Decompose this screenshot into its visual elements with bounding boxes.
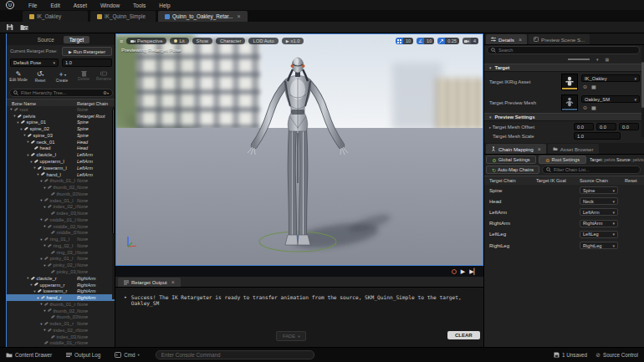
tab-preview-scene-settings[interactable]: Preview Scene S... [529,34,590,44]
play-button[interactable]: ▶ [461,268,465,274]
tree-row-middle_01_l[interactable]: ▾middle_01_lNone [7,217,115,223]
close-icon[interactable]: × [237,13,240,19]
doc-tab-2[interactable]: IK_Quinn_Simple [90,11,156,22]
expander-icon[interactable]: ▾ [39,322,43,326]
tree-row-index_03_l[interactable]: index_03_lNone [7,210,115,217]
chain-row-spine[interactable]: SpineSpine▾ [484,185,644,196]
scale-snap-control[interactable]: 0.25 [437,38,459,44]
expander-icon[interactable]: ▾ [43,263,47,268]
use-selected-icon[interactable]: ⊙ [583,84,587,89]
tree-row-index_01_r[interactable]: ▾index_01_rNone [7,320,115,327]
expander-icon[interactable]: ▾ [13,114,17,118]
scale-icon[interactable]: ▢ [387,38,392,44]
tree-row-clavicle_r[interactable]: ▾clavicle_rRightArm [7,275,115,282]
clear-overlay-button[interactable]: CLEAR [447,331,480,339]
tree-row-thumb_03_l[interactable]: thumb_03_lNone [7,191,115,197]
expander-icon[interactable]: ▾ [33,289,37,293]
source-chain-select[interactable]: Neck▾ [580,197,618,205]
auto-map-chains-button[interactable]: ↻ Auto-Map Chains [486,166,539,174]
view-mode-button[interactable]: Lit [170,38,188,44]
chain-row-rightleg[interactable]: RightLegRightLeg▾ [484,240,644,251]
3d-viewport[interactable]: ≡ Perspective Lit Show Character LOD Aut… [115,33,483,266]
ikrig-asset-thumbnail[interactable] [561,74,578,90]
expander-icon[interactable]: ▾ [39,302,43,306]
expander-icon[interactable]: ▾ [36,296,40,300]
preview-mesh-thumbnail[interactable] [561,94,578,111]
menu-file[interactable]: File [22,3,43,8]
expander-icon[interactable]: ▾ [39,257,43,261]
expander-icon[interactable]: ▾ [43,186,47,190]
playback-speed-button[interactable]: ▶ x1.0 [282,38,304,44]
close-icon[interactable]: × [538,146,541,152]
reset-button[interactable]: ↺▾ Reset [30,70,50,83]
tree-row-middle_03_l[interactable]: middle_03_lNone [7,230,115,237]
doc-tab-3[interactable]: Quinn_to_Oakley_Retar...× [158,11,248,22]
tree-row-neck_01[interactable]: ▾neck_01Head [7,139,115,145]
chain-filter-input[interactable]: Filter Chain List... [542,166,641,174]
lod-button[interactable]: LOD Auto [248,38,278,44]
tree-row-middle_02_l[interactable]: ▾middle_02_lNone [7,223,115,230]
expander-icon[interactable]: ▾ [23,133,27,137]
target-section-header[interactable]: ▼ Target [484,64,644,72]
menu-asset[interactable]: Asset [67,3,94,8]
unsaved-indicator[interactable]: 1 Unsaved [554,352,587,358]
run-retargeter-button[interactable]: ▶ Run Retargeter [62,47,112,56]
camera-speed-control[interactable]: 4 [463,38,478,44]
tree-row-lowerarm_r[interactable]: ▾lowerarm_rRightArm [7,288,115,294]
tree-row-thumb_02_r[interactable]: ▾thumb_02_rNone [7,308,115,314]
menu-tools[interactable]: Tools [126,3,152,8]
tree-row-pinky_01_l[interactable]: ▾pinky_01_lNone [7,256,115,263]
tab-details[interactable]: Details × [486,34,527,44]
expander-icon[interactable]: ▾ [26,153,30,157]
chain-row-leftleg[interactable]: LeftLegLeftLeg▾ [484,229,644,240]
menu-help[interactable]: Help [152,3,176,8]
tab-target[interactable]: Target [64,36,90,43]
preview-mesh-select[interactable]: Oakley_SM ▾ [581,95,640,103]
expander-icon[interactable]: ▾ [43,205,47,209]
rotate-icon[interactable]: ↻ [380,38,384,44]
source-chain-select[interactable]: Spine▾ [580,186,618,194]
offset-z-field[interactable]: 0.0 [619,123,639,130]
tree-row-middle_01_r[interactable]: middle_01_rNone [7,340,115,347]
tree-row-upperarm_l[interactable]: ▾upperarm_lLeftArm [7,158,115,165]
expander-icon[interactable]: ▾ [43,308,47,313]
content-drawer-button[interactable]: Content Drawer [6,352,52,358]
chain-row-head[interactable]: HeadNeck▾ [484,196,644,206]
tree-row-ring_03_l[interactable]: ring_03_lNone [7,249,115,256]
browse-icon[interactable]: ▦ [591,105,596,110]
expander-icon[interactable]: ▾ [39,237,43,242]
expander-icon[interactable]: ▾ [26,276,30,280]
expander-icon[interactable]: ▾ [43,224,47,228]
source-chain-select[interactable]: LeftLeg▾ [580,231,618,238]
character-mesh[interactable] [116,34,483,265]
expander-icon[interactable]: ▾ [39,198,43,202]
step-forward-button[interactable]: ▶▏ [469,268,478,274]
tree-row-thumb_01_r[interactable]: ▾thumb_01_rNone [7,301,115,308]
tab-asset-browser[interactable]: Asset Browser [548,144,599,154]
grid-snap-control[interactable]: 10 [396,38,413,44]
browse-icon[interactable]: ▦ [591,84,596,89]
character-button[interactable]: Character [216,38,245,44]
create-button[interactable]: ＋▾ Create [52,70,72,83]
rotation-snap-control[interactable]: ∠ 10 [417,38,434,44]
expander-icon[interactable]: ▾ [39,217,43,222]
expander-icon[interactable]: ▾ [16,120,20,125]
expander-icon[interactable]: ▾ [33,166,37,170]
perspective-button[interactable]: Perspective [126,38,166,44]
edit-mode-button[interactable]: ✎ Edit Mode [8,70,28,82]
output-log-button[interactable]: Output Log [66,352,100,358]
tree-row-hand_l[interactable]: ▾hand_lLeftArm [7,171,115,178]
grid-icon[interactable]: ▦ [606,57,610,62]
viewport-menu-icon[interactable]: ≡ [120,38,123,44]
expander-icon[interactable]: ▾ [26,140,30,144]
tree-row-thumb_02_l[interactable]: ▾thumb_02_lNone [7,184,115,191]
close-icon[interactable]: × [519,37,522,43]
offset-y-field[interactable]: 0.0 [596,123,616,130]
tree-row-lowerarm_l[interactable]: ▾lowerarm_lLeftArm [7,165,115,171]
chain-row-rightarm[interactable]: RightArmRightArm▾ [484,218,644,229]
tab-retarget-output[interactable]: Retarget Output × [118,278,181,287]
tree-row-index_03_r[interactable]: index_03_rNone [7,334,115,340]
source-control-button[interactable]: ⊘ Source Control [595,352,638,359]
source-chain-select[interactable]: RightLeg▾ [580,242,618,249]
source-chain-select[interactable]: LeftArm▾ [580,208,618,216]
